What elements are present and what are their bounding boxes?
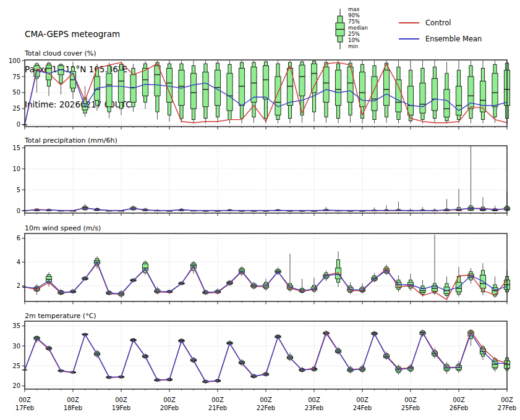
svg-text:25Feb: 25Feb <box>401 405 420 411</box>
svg-text:00Z: 00Z <box>501 397 513 403</box>
x-axis-labels: 00Z17Feb00Z18Feb00Z19Feb00Z20Feb00Z21Feb… <box>15 397 516 411</box>
svg-text:35: 35 <box>12 322 20 329</box>
svg-text:00Z: 00Z <box>404 397 417 403</box>
svg-text:2: 2 <box>17 282 20 289</box>
svg-text:50: 50 <box>12 89 20 96</box>
svg-text:100: 100 <box>9 57 20 64</box>
svg-text:19Feb: 19Feb <box>112 405 130 411</box>
svg-text:25: 25 <box>12 105 20 112</box>
panel-1: 051015 <box>12 145 509 216</box>
svg-text:00Z: 00Z <box>67 397 79 403</box>
boxplot-series <box>22 61 510 125</box>
svg-text:0: 0 <box>17 121 20 128</box>
svg-text:4: 4 <box>17 259 20 266</box>
svg-text:18Feb: 18Feb <box>64 405 82 411</box>
svg-text:00Z: 00Z <box>163 397 176 403</box>
panel-0: 0255075100 <box>9 57 510 130</box>
panel-2: 246 <box>17 233 510 304</box>
svg-text:23Feb: 23Feb <box>305 405 323 411</box>
svg-text:00Z: 00Z <box>19 397 31 403</box>
panel-3: 20253035 <box>12 321 509 392</box>
svg-text:5: 5 <box>17 187 20 193</box>
svg-text:00Z: 00Z <box>260 397 272 403</box>
svg-text:0: 0 <box>17 208 20 214</box>
svg-text:00Z: 00Z <box>453 397 465 403</box>
svg-text:00Z: 00Z <box>356 397 369 403</box>
svg-text:10: 10 <box>12 166 20 172</box>
svg-text:00Z: 00Z <box>308 397 320 403</box>
svg-text:21Feb: 21Feb <box>208 405 227 411</box>
svg-text:26Feb: 26Feb <box>450 405 468 411</box>
svg-text:22Feb: 22Feb <box>257 405 275 411</box>
svg-text:00Z: 00Z <box>211 397 224 403</box>
svg-text:30: 30 <box>12 343 20 350</box>
svg-text:6: 6 <box>17 235 20 242</box>
meteogram-figure: { "header": { "line1": "CMA-GEPS meteogr… <box>0 0 520 420</box>
svg-text:17Feb: 17Feb <box>15 405 34 411</box>
svg-text:15: 15 <box>12 145 20 151</box>
svg-text:25: 25 <box>12 363 20 369</box>
svg-text:27Feb: 27Feb <box>498 405 516 411</box>
meteogram-panels: 02550751000510152462025303500Z17Feb00Z18… <box>0 0 520 420</box>
svg-text:20: 20 <box>12 382 20 389</box>
svg-text:00Z: 00Z <box>115 397 127 403</box>
svg-text:20Feb: 20Feb <box>160 405 179 411</box>
svg-text:24Feb: 24Feb <box>353 405 372 411</box>
svg-text:75: 75 <box>12 74 20 80</box>
